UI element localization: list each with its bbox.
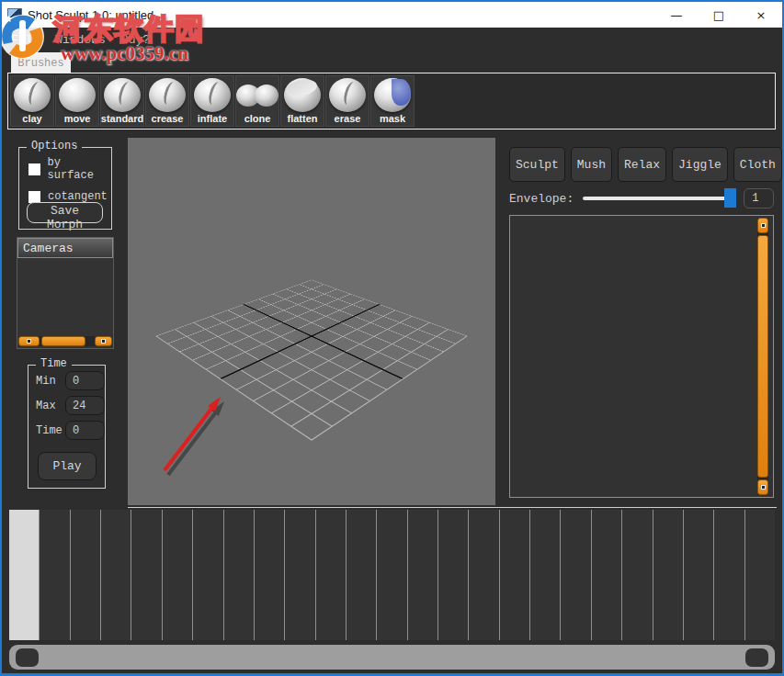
- time-field-label: Max: [36, 400, 62, 412]
- listbox-scroll-down-button[interactable]: [757, 479, 768, 495]
- timeline-frame-1[interactable]: [40, 510, 70, 640]
- brush-clay-button[interactable]: clay: [10, 75, 54, 127]
- brush-mask-button[interactable]: mask: [370, 75, 415, 127]
- timeline-frame-17[interactable]: [530, 510, 561, 640]
- timeline-frame-7[interactable]: [224, 510, 255, 640]
- timeline-frame-8[interactable]: [255, 510, 285, 640]
- cameras-panel: Cameras: [17, 237, 114, 349]
- brush-clone-button[interactable]: clone: [235, 75, 279, 127]
- menu-item-buy[interactable]: Buy?: [121, 33, 150, 47]
- morph-listbox[interactable]: [509, 215, 774, 498]
- brush-label: standard: [101, 113, 143, 124]
- brush-crease-button[interactable]: crease: [145, 75, 189, 127]
- close-button[interactable]: ×: [740, 2, 782, 28]
- checkbox-label: cotangent: [48, 190, 108, 203]
- cameras-list[interactable]: [17, 258, 113, 336]
- brush-label: clone: [244, 113, 271, 124]
- brush-crease-mark: [116, 80, 134, 107]
- max-field[interactable]: 24: [65, 396, 105, 415]
- play-button[interactable]: Play: [38, 452, 97, 480]
- cameras-header[interactable]: Cameras: [17, 238, 113, 258]
- timeline-frame-20[interactable]: [622, 510, 653, 640]
- envelope-value-field[interactable]: 1: [744, 188, 774, 208]
- scroll-grip-icon: [27, 339, 31, 344]
- envelope-slider-track[interactable]: [583, 197, 733, 200]
- cameras-scroll-left-button[interactable]: [18, 336, 40, 346]
- timeline-frame-24[interactable]: [745, 510, 775, 640]
- mush-button[interactable]: Mush: [571, 147, 612, 182]
- menubar: FileWindowsBuy?: [2, 28, 782, 51]
- checkbox-by-surface[interactable]: [28, 163, 40, 175]
- maximize-button[interactable]: □: [698, 2, 740, 28]
- time-field[interactable]: 0: [65, 421, 105, 440]
- timeline-frame-12[interactable]: [377, 510, 407, 640]
- timeline-frame-21[interactable]: [653, 510, 684, 640]
- brush-inflate-button[interactable]: inflate: [190, 75, 234, 127]
- brush-erase-button[interactable]: erase: [325, 75, 369, 127]
- brush-label: move: [64, 113, 91, 124]
- timeline-frame-13[interactable]: [408, 510, 438, 640]
- app-icon: [7, 8, 22, 21]
- timeline-frame-0[interactable]: [9, 510, 40, 640]
- brush-label: erase: [335, 113, 361, 124]
- time-row-max: Max24: [36, 396, 105, 415]
- timeline-frame-2[interactable]: [71, 510, 101, 640]
- envelope-slider-handle[interactable]: [724, 188, 736, 208]
- cloth-button[interactable]: Cloth: [733, 147, 782, 182]
- brush-label: mask: [380, 113, 405, 124]
- timeline-frame-15[interactable]: [469, 510, 499, 640]
- brush-move-button[interactable]: move: [55, 75, 99, 127]
- timeline-frame-5[interactable]: [163, 510, 193, 640]
- move-brush-icon: [59, 78, 96, 112]
- timeline-frame-23[interactable]: [714, 510, 744, 640]
- brush-label: inflate: [198, 113, 227, 124]
- timeline-frame-11[interactable]: [347, 510, 377, 640]
- options-group: Options by surfacecotangent Save Morph: [18, 147, 112, 230]
- cameras-scroll-right-button[interactable]: [95, 336, 112, 346]
- brush-standard-button[interactable]: standard: [100, 75, 144, 127]
- timeline-frame-14[interactable]: [438, 510, 469, 640]
- listbox-scroll-thumb[interactable]: [757, 235, 768, 478]
- viewport-3d[interactable]: [128, 138, 495, 505]
- window-controls: —□×: [655, 2, 782, 28]
- erase-brush-icon: [329, 78, 366, 112]
- cameras-scrollbar: [18, 336, 112, 346]
- brush-label: clay: [22, 113, 41, 124]
- checkbox-cotangent[interactable]: [28, 191, 40, 203]
- timeline-scroll-left-button[interactable]: [16, 648, 39, 667]
- timeline-scrollbar[interactable]: [9, 645, 775, 670]
- timeline-frame-16[interactable]: [500, 510, 530, 640]
- time-group: Time Min0Max24Time0 Play: [28, 365, 106, 489]
- envelope-label: Envelope:: [509, 192, 574, 206]
- timeline-frame-4[interactable]: [131, 510, 162, 640]
- menu-item-file[interactable]: File: [11, 33, 40, 47]
- cameras-scroll-track[interactable]: [87, 336, 93, 346]
- envelope-row: Envelope: 1: [509, 187, 774, 209]
- relax-button[interactable]: Relax: [618, 147, 666, 182]
- minimize-button[interactable]: —: [655, 2, 698, 28]
- clay-brush-icon: [14, 78, 51, 112]
- sculpt-tool-buttons: SculptMushRelaxJiggleCloth: [509, 147, 774, 182]
- timeline-frame-22[interactable]: [684, 510, 714, 640]
- save-morph-button[interactable]: Save Morph: [27, 202, 103, 223]
- timeline-frame-6[interactable]: [193, 510, 223, 640]
- timeline-frames: [9, 510, 775, 640]
- sculpt-button[interactable]: Sculpt: [509, 147, 565, 182]
- jiggle-button[interactable]: Jiggle: [672, 147, 728, 182]
- timeline-frame-19[interactable]: [592, 510, 622, 640]
- timeline-frame-18[interactable]: [561, 510, 591, 640]
- timeline-scroll-right-button[interactable]: [745, 648, 768, 667]
- brush-flatten-button[interactable]: flatten: [280, 75, 324, 127]
- timeline-frame-3[interactable]: [101, 510, 131, 640]
- timeline-frame-10[interactable]: [316, 510, 347, 640]
- min-field[interactable]: 0: [65, 371, 105, 390]
- brush-label: flatten: [288, 113, 318, 124]
- window-title: Shot Sculpt 1.0: untitled: [28, 8, 153, 22]
- listbox-scroll-up-button[interactable]: [757, 218, 768, 233]
- timeline-frame-9[interactable]: [285, 510, 315, 640]
- menu-item-windows[interactable]: Windows: [55, 33, 106, 47]
- tab-brushes[interactable]: Brushes: [11, 52, 71, 74]
- brushes-toolbar: claymovestandardcreaseinflatecloneflatte…: [7, 73, 776, 130]
- cameras-scroll-thumb[interactable]: [41, 336, 85, 346]
- scroll-grip-icon: [761, 223, 766, 228]
